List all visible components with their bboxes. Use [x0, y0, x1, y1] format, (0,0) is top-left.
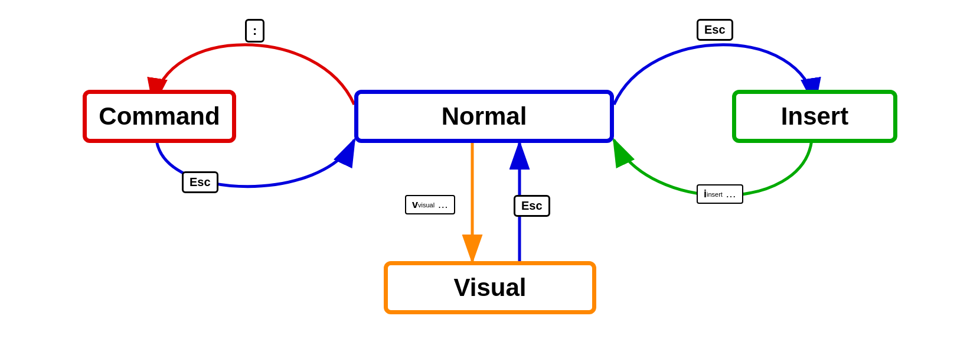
insert-label: Insert: [781, 102, 848, 131]
normal-mode-box: Normal: [354, 90, 614, 143]
command-mode-box: Command: [83, 90, 236, 143]
esc-command-badge: Esc: [182, 171, 218, 193]
visual-ellipsis: …: [437, 198, 448, 211]
esc-insert-label: Esc: [704, 23, 726, 37]
colon-key-badge: :: [245, 19, 264, 43]
visual-key-badge: vvisual …: [405, 195, 455, 214]
visual-subscript: visual: [418, 201, 435, 209]
insert-ellipsis: …: [726, 188, 736, 200]
esc-visual-label: Esc: [521, 199, 543, 213]
insert-subscript: insert: [707, 191, 723, 198]
insert-key-badge: iinsert …: [697, 184, 743, 204]
esc-command-label: Esc: [190, 175, 211, 189]
esc-visual-badge: Esc: [514, 195, 550, 217]
v-key: v: [412, 198, 418, 211]
normal-label: Normal: [442, 102, 527, 131]
command-label: Command: [99, 102, 220, 131]
visual-mode-box: Visual: [384, 261, 596, 314]
esc-insert-badge: Esc: [697, 19, 733, 41]
visual-label: Visual: [454, 274, 527, 302]
vim-mode-diagram: Command Normal Insert Visual : Esc Esc i…: [47, 13, 933, 332]
colon-key-label: :: [253, 23, 257, 38]
insert-mode-box: Insert: [732, 90, 897, 143]
